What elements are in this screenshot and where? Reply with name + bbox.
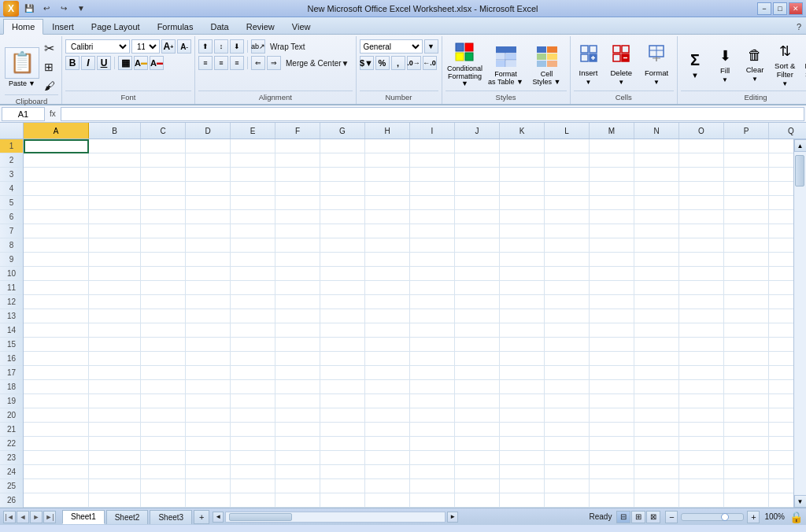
cell-L15[interactable] [545,338,590,352]
font-name-select[interactable]: CalibriArialTimes New Roman [65,39,130,54]
cell-M9[interactable] [590,253,634,267]
col-header-C[interactable]: C [141,123,186,139]
cell-O14[interactable] [679,323,724,338]
cell-G16[interactable] [320,352,365,366]
col-header-D[interactable]: D [186,123,231,139]
tab-home[interactable]: Home [3,19,43,35]
cell-E7[interactable] [231,224,275,238]
cell-H23[interactable] [365,451,410,465]
cell-J14[interactable] [455,323,500,338]
cell-M21[interactable] [590,423,634,437]
cell-O9[interactable] [679,253,724,267]
cell-O26[interactable] [679,493,724,508]
autosum-button[interactable]: Σ ▼ [681,49,709,82]
hscroll-right-button[interactable]: ► [447,512,458,523]
cell-A14[interactable] [24,323,89,338]
cell-L21[interactable] [545,423,590,437]
cell-A9[interactable] [24,253,89,267]
cell-A25[interactable] [24,479,89,493]
cell-N13[interactable] [634,309,679,323]
cell-P17[interactable] [724,366,769,380]
cell-I1[interactable] [410,139,455,153]
cell-O8[interactable] [679,238,724,253]
cell-C2[interactable] [141,153,186,168]
row-num-14[interactable]: 14 [0,323,23,338]
cell-G9[interactable] [320,253,365,267]
cell-F20[interactable] [275,408,320,423]
row-num-26[interactable]: 26 [0,493,23,508]
cell-H4[interactable] [365,182,410,196]
cell-O17[interactable] [679,366,724,380]
cell-D19[interactable] [186,394,231,408]
cell-E20[interactable] [231,408,275,423]
cell-N23[interactable] [634,451,679,465]
cell-I26[interactable] [410,493,455,508]
cell-D10[interactable] [186,267,231,281]
cell-P24[interactable] [724,465,769,479]
scroll-up-button[interactable]: ▲ [794,139,807,152]
cell-G1[interactable] [320,139,365,153]
cell-N14[interactable] [634,323,679,338]
row-num-9[interactable]: 9 [0,253,23,267]
col-header-L[interactable]: L [545,123,590,139]
row-num-4[interactable]: 4 [0,182,23,196]
cell-F21[interactable] [275,423,320,437]
cell-H10[interactable] [365,267,410,281]
cell-F8[interactable] [275,238,320,253]
cell-L5[interactable] [545,196,590,210]
cell-P15[interactable] [724,338,769,352]
cell-C25[interactable] [141,479,186,493]
cell-L18[interactable] [545,380,590,394]
cell-A11[interactable] [24,281,89,295]
row-num-7[interactable]: 7 [0,224,23,238]
tab-insert[interactable]: Insert [43,18,83,34]
cell-C15[interactable] [141,338,186,352]
cell-P10[interactable] [724,267,769,281]
col-header-A[interactable]: A [24,123,89,139]
cell-Q15[interactable] [769,338,793,352]
cell-B25[interactable] [89,479,141,493]
cell-M16[interactable] [590,352,634,366]
cell-F15[interactable] [275,338,320,352]
font-size-select[interactable]: 118101214 [131,39,160,54]
cell-E5[interactable] [231,196,275,210]
cell-E6[interactable] [231,210,275,224]
cell-F18[interactable] [275,380,320,394]
cell-M3[interactable] [590,168,634,182]
cell-G3[interactable] [320,168,365,182]
cell-P1[interactable] [724,139,769,153]
cell-Q20[interactable] [769,408,793,423]
cell-G21[interactable] [320,423,365,437]
cell-G13[interactable] [320,309,365,323]
cell-P4[interactable] [724,182,769,196]
row-num-3[interactable]: 3 [0,168,23,182]
cell-A18[interactable] [24,380,89,394]
increase-decimal-button[interactable]: .0→ [407,56,421,70]
cell-E3[interactable] [231,168,275,182]
cell-B10[interactable] [89,267,141,281]
cell-C24[interactable] [141,465,186,479]
row-num-25[interactable]: 25 [0,479,23,493]
cell-Q9[interactable] [769,253,793,267]
cell-M8[interactable] [590,238,634,253]
cell-O10[interactable] [679,267,724,281]
delete-button[interactable]: Delete ▼ [605,43,638,87]
cell-P18[interactable] [724,380,769,394]
row-num-6[interactable]: 6 [0,210,23,224]
cell-M19[interactable] [590,394,634,408]
row-num-22[interactable]: 22 [0,437,23,451]
cell-O1[interactable] [679,139,724,153]
cell-G14[interactable] [320,323,365,338]
row-num-1[interactable]: 1 [0,139,23,153]
cell-I8[interactable] [410,238,455,253]
cell-B21[interactable] [89,423,141,437]
cell-A17[interactable] [24,366,89,380]
cell-K7[interactable] [500,224,545,238]
cell-K21[interactable] [500,423,545,437]
cell-L26[interactable] [545,493,590,508]
cell-L12[interactable] [545,295,590,309]
cell-N8[interactable] [634,238,679,253]
cell-Q3[interactable] [769,168,793,182]
fill-color-button[interactable]: A▬ [134,56,148,70]
cell-K10[interactable] [500,267,545,281]
